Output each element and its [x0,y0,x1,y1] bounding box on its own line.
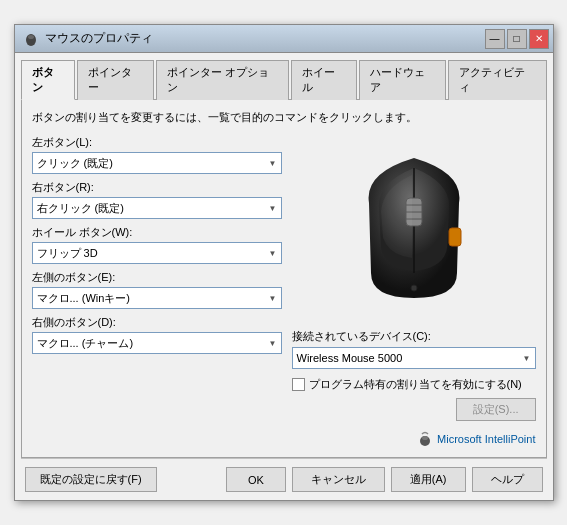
field-label-1: 右ボタン(R): [32,180,282,195]
device-dropdown[interactable]: Wireless Mouse 5000 ▼ [292,347,536,369]
settings-button[interactable]: 設定(S)... [456,398,536,421]
field-label-2: ホイール ボタン(W): [32,225,282,240]
device-label: 接続されているデバイス(C): [292,329,536,344]
dropdown-wheel-button[interactable]: フリップ 3D ▼ [32,242,282,264]
svg-point-10 [422,436,428,440]
intellipoint-row: Microsoft IntelliPoint [292,431,536,447]
description-text: ボタンの割り当てを変更するには、一覧で目的のコマンドをクリックします。 [32,110,536,125]
device-dropdown-value: Wireless Mouse 5000 [297,352,403,364]
title-bar: マウスのプロパティ — □ ✕ [15,25,553,53]
field-label-3: 左側のボタン(E): [32,270,282,285]
dropdown-left-button-arrow: ▼ [269,159,277,168]
title-buttons: — □ ✕ [485,29,549,49]
bottom-section: 既定の設定に戻す(F) OK キャンセル 適用(A) ヘルプ [15,459,553,500]
dropdown-left-button-value: クリック (既定) [37,156,113,171]
maximize-button[interactable]: □ [507,29,527,49]
tab-activity[interactable]: アクティビティ [448,60,546,100]
left-panel: 左ボタン(L): クリック (既定) ▼ 右ボタン(R): 右クリック (既定)… [32,135,282,447]
tab-button[interactable]: ボタン [21,60,76,100]
title-bar-left: マウスのプロパティ [23,30,153,47]
device-dropdown-arrow: ▼ [523,354,531,363]
checkbox-row: プログラム特有の割り当てを有効にする(N) [292,377,536,392]
button-row: OK キャンセル 適用(A) ヘルプ [226,467,543,492]
window-title: マウスのプロパティ [45,30,153,47]
reset-button[interactable]: 既定の設定に戻す(F) [25,467,157,492]
tab-wheel[interactable]: ホイール [291,60,357,100]
dropdown-wheel-button-value: フリップ 3D [37,246,98,261]
close-button[interactable]: ✕ [529,29,549,49]
main-window: マウスのプロパティ — □ ✕ ボタン ポインター ポインター オプション ホイ… [14,24,554,501]
dropdown-left-button[interactable]: クリック (既定) ▼ [32,152,282,174]
field-label-0: 左ボタン(L): [32,135,282,150]
cancel-button[interactable]: キャンセル [292,467,385,492]
apply-button[interactable]: 適用(A) [391,467,466,492]
dropdown-left-side-button[interactable]: マクロ... (Winキー) ▼ [32,287,282,309]
minimize-button[interactable]: — [485,29,505,49]
device-section: 接続されているデバイス(C): Wireless Mouse 5000 ▼ プロ… [292,329,536,447]
svg-point-1 [28,35,34,39]
ok-button[interactable]: OK [226,467,286,492]
svg-point-8 [411,285,417,291]
intellipoint-text: Microsoft IntelliPoint [437,433,535,445]
tab-bar: ボタン ポインター ポインター オプション ホイール ハードウェア アクティビテ… [15,53,553,99]
help-button[interactable]: ヘルプ [472,467,543,492]
mouse-image [349,143,479,308]
tab-pointer-option[interactable]: ポインター オプション [156,60,290,100]
main-layout: 左ボタン(L): クリック (既定) ▼ 右ボタン(R): 右クリック (既定)… [32,135,536,447]
intellipoint-icon [417,431,433,447]
window-icon [23,31,39,47]
right-panel: 接続されているデバイス(C): Wireless Mouse 5000 ▼ プロ… [292,135,536,447]
svg-rect-7 [449,228,461,246]
dropdown-right-side-button-arrow: ▼ [269,339,277,348]
dropdown-right-button[interactable]: 右クリック (既定) ▼ [32,197,282,219]
program-checkbox[interactable] [292,378,305,391]
dropdown-wheel-button-arrow: ▼ [269,249,277,258]
tab-hardware[interactable]: ハードウェア [359,60,446,100]
tab-pointer[interactable]: ポインター [77,60,153,100]
field-label-4: 右側のボタン(D): [32,315,282,330]
dropdown-right-button-arrow: ▼ [269,204,277,213]
content-area: ボタンの割り当てを変更するには、一覧で目的のコマンドをクリックします。 左ボタン… [21,99,547,458]
dropdown-left-side-button-value: マクロ... (Winキー) [37,291,131,306]
checkbox-label: プログラム特有の割り当てを有効にする(N) [309,377,522,392]
dropdown-left-side-button-arrow: ▼ [269,294,277,303]
dropdown-right-side-button-value: マクロ... (チャーム) [37,336,134,351]
dropdown-right-button-value: 右クリック (既定) [37,201,124,216]
mouse-image-container [334,135,494,315]
dropdown-right-side-button[interactable]: マクロ... (チャーム) ▼ [32,332,282,354]
